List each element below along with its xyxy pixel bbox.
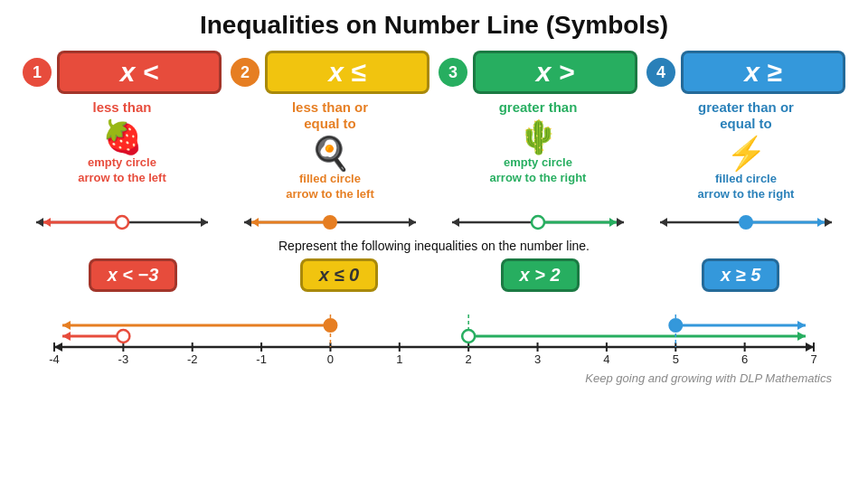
svg-text:4: 4 [603, 352, 609, 366]
card-3-symbol: x > [473, 51, 637, 94]
card-3-header: 3x > [439, 51, 637, 94]
card-1: 1x <less than🍓empty circle arrow to the … [23, 51, 222, 186]
card-4-header: 4x ≥ [646, 51, 845, 94]
card-2-header: 2x ≤ [231, 51, 429, 94]
demo-nl-1 [27, 210, 217, 235]
svg-text:3: 3 [534, 352, 541, 366]
number-line-area: -4-3-2-101234567 [27, 297, 841, 370]
svg-point-61 [462, 330, 475, 343]
svg-marker-8 [409, 218, 416, 227]
page-title: Inequalities on Number Line (Symbols) [0, 0, 868, 47]
bottom-section: Represent the following inequalities on … [0, 235, 868, 385]
card-4-desc: filled circle arrow to the right [698, 172, 795, 202]
svg-marker-20 [825, 218, 832, 227]
card-1-number: 1 [23, 58, 52, 87]
card-2-symbol: x ≤ [265, 51, 429, 94]
card-1-symbol: x < [57, 51, 222, 94]
svg-marker-63 [797, 321, 806, 330]
svg-marker-26 [806, 343, 814, 352]
svg-text:7: 7 [810, 352, 816, 366]
example-box-3: x > 2 [501, 258, 580, 292]
svg-point-23 [740, 216, 752, 229]
svg-text:5: 5 [673, 352, 679, 366]
svg-text:-1: -1 [256, 352, 267, 366]
svg-point-57 [324, 319, 336, 332]
svg-marker-13 [452, 218, 459, 227]
svg-text:-4: -4 [49, 352, 60, 366]
card-4-number: 4 [646, 58, 675, 87]
footer-text: Keep going and growing with DLP Mathemat… [27, 371, 841, 385]
card-4-symbol: x ≥ [681, 51, 845, 94]
svg-marker-19 [660, 218, 667, 227]
svg-marker-25 [54, 343, 62, 352]
svg-marker-1 [36, 218, 43, 227]
example-box-2: x ≤ 0 [300, 258, 378, 292]
card-3-icon: 🌵 [518, 121, 559, 154]
svg-marker-14 [617, 218, 624, 227]
svg-text:6: 6 [741, 352, 748, 366]
svg-marker-2 [201, 218, 208, 227]
card-1-label: less than [92, 99, 151, 116]
card-1-desc: empty circle arrow to the left [78, 155, 166, 186]
card-2: 2x ≤less than or equal to🍳filled circle … [231, 51, 429, 202]
demo-nl-3 [443, 210, 633, 235]
card-3: 3x >greater than🌵empty circle arrow to t… [439, 51, 637, 186]
svg-point-5 [116, 216, 128, 229]
card-2-desc: filled circle arrow to the left [286, 172, 374, 202]
svg-point-17 [532, 216, 544, 229]
card-1-header: 1x < [23, 51, 222, 94]
svg-text:2: 2 [466, 352, 472, 366]
card-3-desc: empty circle arrow to the right [490, 155, 587, 186]
example-box-1: x < −3 [89, 258, 178, 292]
svg-marker-7 [244, 218, 251, 227]
demo-nl-4 [651, 210, 841, 235]
main-number-line: -4-3-2-101234567 [27, 297, 841, 370]
represent-text: Represent the following inequalities on … [27, 239, 841, 253]
demo-nl-2 [235, 210, 425, 235]
card-3-label: greater than [499, 99, 578, 116]
demo-numberlines [0, 202, 868, 235]
card-1-icon: 🍓 [102, 121, 143, 154]
svg-marker-52 [62, 332, 71, 341]
card-4-icon: ⚡ [726, 137, 767, 170]
svg-point-53 [117, 330, 129, 343]
svg-point-65 [669, 319, 682, 332]
card-2-number: 2 [231, 58, 259, 87]
svg-text:0: 0 [327, 352, 334, 366]
svg-text:-3: -3 [118, 352, 129, 366]
card-3-number: 3 [439, 58, 467, 87]
card-2-label: less than or equal to [292, 99, 368, 132]
card-2-icon: 🍳 [310, 137, 351, 170]
svg-text:1: 1 [396, 352, 402, 366]
example-box-4: x ≥ 5 [702, 258, 779, 292]
example-boxes: x < −3x ≤ 0x > 2x ≥ 5 [27, 258, 841, 292]
svg-marker-59 [797, 332, 806, 341]
card-4: 4x ≥greater than or equal to⚡filled circ… [646, 51, 845, 202]
cards-section: 1x <less than🍓empty circle arrow to the … [0, 51, 868, 202]
card-4-label: greater than or equal to [698, 99, 794, 132]
svg-point-11 [324, 216, 336, 229]
svg-marker-55 [62, 321, 71, 330]
svg-text:-2: -2 [187, 352, 198, 366]
